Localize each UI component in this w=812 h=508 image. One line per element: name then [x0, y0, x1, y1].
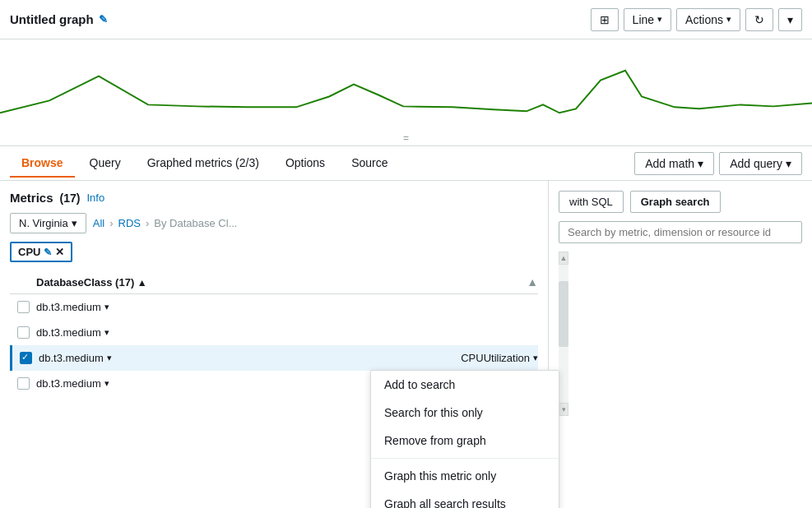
grid-icon: ⊞	[600, 13, 610, 26]
menu-item-search-only[interactable]: Search for this only	[371, 399, 559, 427]
row-label-text: db.t3.medium	[36, 301, 101, 313]
scroll-up-arrow[interactable]: ▲	[559, 252, 568, 265]
tab-query[interactable]: Query	[78, 150, 132, 178]
tab-graphed-metrics[interactable]: Graphed metrics (2/3)	[136, 150, 271, 178]
drag-handle[interactable]: =	[397, 131, 415, 145]
chevron-down-icon: ▾	[726, 14, 731, 25]
row-label-text: db.t3.medium	[36, 377, 101, 390]
menu-item-graph-all-results[interactable]: Graph all search results	[371, 490, 559, 508]
chevron-down-icon: ▾	[104, 327, 109, 338]
actions-button[interactable]: Actions ▾	[676, 8, 740, 31]
metrics-count: (17)	[60, 192, 81, 205]
row-checkbox[interactable]	[17, 326, 30, 339]
breadcrumb: All › RDS › By Database Cl...	[93, 217, 238, 229]
breadcrumb-sep1: ›	[109, 217, 113, 229]
breadcrumb-sep2: ›	[146, 217, 149, 229]
row-checkbox[interactable]	[17, 301, 30, 313]
line-type-button[interactable]: Line ▾	[624, 8, 671, 31]
row-label: db.t3.medium ▾	[36, 301, 538, 313]
chevron-down-icon: ▾	[657, 14, 662, 25]
tab-options[interactable]: Options	[274, 150, 336, 178]
check-area	[10, 301, 36, 313]
refresh-button[interactable]: ↻	[745, 8, 773, 31]
menu-item-label: Remove from graph	[384, 434, 486, 447]
grid-view-button[interactable]: ⊞	[591, 8, 619, 31]
graph-search-button[interactable]: Graph search	[630, 191, 721, 213]
line-label: Line	[633, 13, 654, 26]
check-area	[10, 377, 36, 390]
right-controls: with SQL Graph search	[559, 191, 802, 213]
edit-icon[interactable]: ✎	[99, 13, 108, 25]
row-label-text: db.t3.medium	[36, 326, 101, 339]
more-options-button[interactable]: ▾	[778, 8, 802, 31]
graph-title: Untitled graph ✎	[10, 12, 591, 26]
sql-btn-label: with SQL	[569, 196, 613, 208]
metric-name: CPUUtilization	[461, 352, 530, 364]
context-menu: Add to search Search for this only Remov…	[370, 370, 559, 508]
right-panel: with SQL Graph search ▲ ▾	[549, 181, 812, 508]
header-controls: ⊞ Line ▾ Actions ▾ ↻ ▾	[591, 8, 802, 31]
chevron-down-icon: ▾	[104, 302, 109, 312]
check-area	[12, 352, 39, 364]
table-row[interactable]: db.t3.medium ▾	[10, 294, 538, 320]
info-link[interactable]: Info	[86, 192, 104, 204]
chevron-down-icon: ▾	[533, 353, 538, 363]
add-math-label: Add math	[645, 157, 694, 170]
row-label: db.t3.medium ▾	[36, 326, 538, 339]
check-area	[10, 326, 36, 339]
row-metric: CPUUtilization ▾	[461, 352, 538, 364]
region-button[interactable]: N. Virginia ▾	[10, 213, 86, 233]
breadcrumb-rds[interactable]: RDS	[118, 217, 141, 229]
menu-divider	[371, 458, 559, 459]
breadcrumb-current: By Database Cl...	[154, 217, 237, 229]
chevron-down-icon: ▾	[786, 157, 791, 170]
menu-item-remove-from-graph[interactable]: Remove from graph	[371, 427, 559, 455]
column-header-label: DatabaseClass (17)	[36, 276, 134, 289]
table-row[interactable]: db.t3.medium ▾ CPUUtilization ▾	[10, 345, 538, 371]
chevron-down-icon: ▾	[698, 157, 703, 170]
tab-source[interactable]: Source	[340, 150, 399, 178]
add-query-button[interactable]: Add query ▾	[719, 152, 802, 175]
breadcrumb-all[interactable]: All	[93, 217, 104, 229]
row-label: db.t3.medium ▾	[39, 352, 461, 364]
add-query-label: Add query	[730, 157, 782, 170]
scroll-track: ▲ ▾	[559, 252, 568, 416]
graph-search-label: Graph search	[641, 196, 710, 208]
tag-row: CPU ✎ ✕	[10, 242, 538, 262]
scroll-down-arrow[interactable]: ▾	[559, 403, 568, 416]
row-checkbox[interactable]	[20, 352, 32, 364]
metrics-header: Metrics (17) Info	[10, 191, 538, 205]
chevron-down-icon: ▾	[104, 378, 109, 389]
menu-item-add-to-search[interactable]: Add to search	[371, 371, 559, 399]
sort-icon[interactable]: ▲	[137, 277, 147, 289]
table-row[interactable]: db.t3.medium ▾	[10, 320, 538, 345]
chart-area: =	[0, 39, 812, 146]
menu-item-label: Search for this only	[384, 406, 483, 419]
chevron-down-icon: ▾	[72, 217, 77, 229]
actions-label: Actions	[685, 13, 723, 26]
tab-browse[interactable]: Browse	[10, 150, 75, 178]
chevron-down-icon: ▾	[107, 353, 112, 363]
controls-row: N. Virginia ▾ All › RDS › By Database Cl…	[10, 213, 538, 233]
menu-item-label: Graph all search results	[384, 497, 506, 508]
search-input[interactable]	[559, 221, 802, 243]
menu-item-graph-metric-only[interactable]: Graph this metric only	[371, 462, 559, 490]
add-math-button[interactable]: Add math ▾	[634, 152, 714, 175]
row-checkbox[interactable]	[17, 377, 30, 390]
region-label: N. Virginia	[19, 217, 68, 229]
with-sql-button[interactable]: with SQL	[559, 191, 624, 213]
menu-item-label: Add to search	[384, 378, 455, 391]
column-header: DatabaseClass (17) ▲	[36, 276, 520, 289]
main-content: Metrics (17) Info N. Virginia ▾ All › RD…	[0, 181, 812, 508]
row-label-text: db.t3.medium	[39, 352, 104, 364]
scroll-icon: ▲	[527, 275, 538, 289]
scroll-thumb[interactable]	[559, 281, 568, 347]
cpu-tag: CPU ✎ ✕	[10, 242, 72, 262]
row-label: db.t3.medium ▾	[36, 377, 396, 390]
edit-tag-icon[interactable]: ✎	[44, 247, 52, 258]
metrics-title: Metrics	[10, 191, 53, 205]
tabs-bar: Browse Query Graphed metrics (2/3) Optio…	[0, 146, 812, 181]
close-tag-icon[interactable]: ✕	[55, 246, 64, 258]
table-header: DatabaseClass (17) ▲ ▲	[10, 270, 538, 294]
chart-svg	[0, 39, 812, 145]
